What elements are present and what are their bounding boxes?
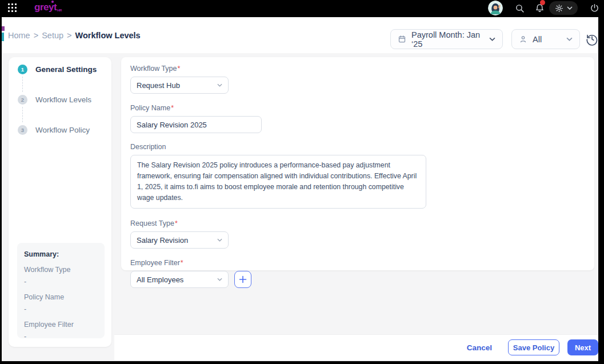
breadcrumb-separator: > — [34, 31, 38, 40]
breadcrumb-bar: Home > Setup > Workflow Levels Payroll M… — [2, 17, 598, 53]
scope-selector[interactable]: All — [511, 29, 580, 49]
policy-name-label: Policy Name* — [130, 104, 594, 112]
wizard-sidebar: 1 General Settings 2 Workflow Levels 3 W… — [9, 57, 111, 347]
form-action-bar: Cancel Save Policy Next — [114, 334, 598, 360]
gear-icon — [555, 4, 563, 13]
plus-icon — [239, 275, 247, 283]
search-icon[interactable] — [514, 2, 525, 14]
step-number: 3 — [18, 125, 27, 135]
chevron-down-icon — [566, 37, 573, 41]
workflow-type-select[interactable]: Request Hub — [130, 77, 229, 94]
notification-badge — [540, 0, 545, 5]
chevron-down-icon — [217, 83, 222, 87]
user-avatar[interactable] — [488, 1, 503, 15]
required-asterisk: * — [175, 219, 178, 227]
cancel-button[interactable]: Cancel — [467, 343, 492, 352]
step-connector — [22, 107, 23, 122]
required-asterisk: * — [171, 104, 174, 112]
step-general-settings[interactable]: 1 General Settings — [18, 65, 97, 74]
greythr-logo[interactable]: greytHR — [34, 2, 62, 13]
summary-value: - — [24, 333, 98, 341]
workflow-type-value: Request Hub — [137, 81, 217, 90]
payroll-month-selector[interactable]: Payroll Month: Jan ‘25 — [390, 29, 503, 49]
chevron-down-icon — [217, 278, 222, 281]
chevron-down-icon — [217, 238, 222, 242]
add-employee-filter-button[interactable] — [234, 271, 251, 288]
topbar: greytHR — [2, 0, 598, 17]
chevron-down-icon — [489, 37, 495, 41]
summary-value: - — [24, 278, 98, 286]
step-connector — [22, 77, 23, 92]
next-button[interactable]: Next — [567, 339, 598, 355]
employee-filter-label: Employee Filter* — [130, 259, 594, 267]
step-workflow-policy[interactable]: 3 Workflow Policy — [18, 125, 90, 135]
request-type-value: Salary Revision — [137, 236, 217, 245]
step-number: 1 — [18, 65, 27, 74]
workflow-type-label: Workflow Type* — [130, 65, 594, 73]
logo-text: greyt — [34, 2, 57, 13]
content-area: 1 General Settings 2 Workflow Levels 3 W… — [2, 53, 598, 361]
description-label: Description — [130, 143, 594, 151]
breadcrumb-current: Workflow Levels — [75, 31, 141, 40]
scope-value: All — [533, 35, 542, 44]
settings-menu[interactable] — [549, 1, 578, 15]
summary-title: Summary: — [24, 250, 98, 258]
save-policy-button[interactable]: Save Policy — [508, 339, 559, 355]
calendar-icon — [398, 35, 406, 43]
edge-widget-teal — [2, 33, 4, 41]
required-asterisk: * — [181, 259, 183, 267]
logo-sub-text: HR — [57, 9, 62, 12]
breadcrumb-home[interactable]: Home — [8, 31, 30, 40]
request-type-select[interactable]: Salary Revision — [130, 231, 229, 249]
summary-label: Policy Name — [24, 293, 98, 301]
power-icon[interactable] — [589, 2, 600, 14]
employee-filter-value: All Employees — [137, 275, 217, 284]
step-label: General Settings — [35, 65, 97, 74]
breadcrumb-setup[interactable]: Setup — [42, 31, 63, 40]
step-number: 2 — [18, 95, 27, 105]
employee-filter-select[interactable]: All Employees — [130, 271, 229, 288]
bell-icon[interactable] — [534, 2, 545, 14]
description-textarea[interactable]: The Salary Revision 2025 policy introduc… — [130, 155, 426, 209]
person-icon — [519, 35, 527, 43]
policy-name-input[interactable] — [130, 116, 262, 133]
summary-label: Workflow Type — [24, 266, 98, 274]
chevron-down-icon — [567, 6, 573, 10]
step-label: Workflow Policy — [35, 126, 90, 134]
breadcrumb: Home > Setup > Workflow Levels — [8, 31, 141, 40]
app-grid-menu-icon[interactable] — [8, 3, 17, 14]
request-type-label: Request Type* — [130, 219, 594, 227]
general-settings-form: Workflow Type* Request Hub Policy Name* … — [121, 57, 594, 270]
step-label: Workflow Levels — [35, 95, 91, 104]
edge-widget-purple — [2, 26, 5, 31]
summary-label: Employee Filter — [24, 321, 98, 329]
payroll-month-label: Payroll Month: Jan ‘25 — [411, 30, 484, 49]
summary-panel: Summary: Workflow Type - Policy Name - E… — [17, 243, 105, 338]
history-icon[interactable] — [585, 32, 599, 46]
breadcrumb-separator: > — [67, 31, 71, 40]
step-workflow-levels[interactable]: 2 Workflow Levels — [18, 95, 91, 105]
required-asterisk: * — [178, 65, 181, 73]
summary-value: - — [24, 305, 98, 313]
logo-accent-dot — [51, 1, 54, 3]
